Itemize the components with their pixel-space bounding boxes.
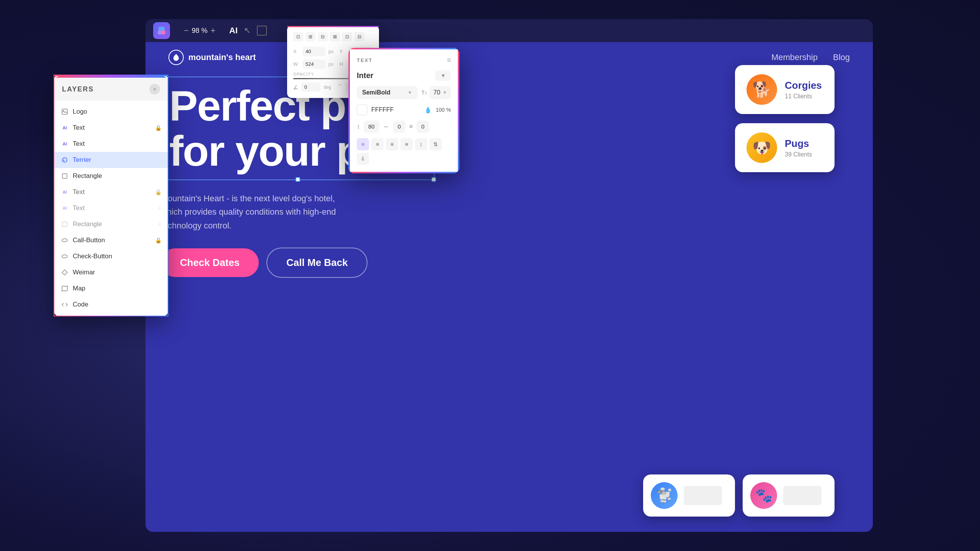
w-input[interactable] — [302, 59, 325, 69]
text-panel-right-border — [458, 48, 459, 173]
zoom-minus-btn[interactable]: − — [184, 26, 189, 36]
code-icon — [60, 300, 69, 309]
ai-text-icon-2: AI — [60, 140, 69, 148]
layers-list: Logo AI Text 🔒 AI Text Terrier Rectangle — [54, 101, 168, 316]
toolbar: AI ↖ — [229, 26, 267, 36]
lock-icon-3: 🔒 — [155, 189, 162, 195]
font-dropdown-btn[interactable]: ▼ — [435, 70, 451, 81]
zoom-controls: − 98 % + — [184, 26, 216, 36]
angle-icon: ∠ — [293, 84, 298, 90]
style-dropdown-icon: ▼ — [408, 90, 412, 95]
corgi-info: Corgies 11 Clients — [785, 80, 822, 100]
layer-weimar-name: Weimar — [73, 269, 162, 276]
layer-item-call-btn[interactable]: Call-Button 🔒 — [54, 232, 168, 248]
lab-card: 🐩 — [643, 474, 735, 517]
letter-spacing-field[interactable]: 0 — [393, 121, 405, 133]
handle-br[interactable] — [431, 177, 436, 182]
align-right-btn[interactable]: ⊟ — [318, 32, 328, 41]
y-label: Y — [340, 49, 346, 54]
x-input[interactable] — [302, 47, 325, 56]
layer-item-text2[interactable]: AI Text — [54, 136, 168, 152]
align-right-text-btn[interactable]: ≡ — [386, 138, 398, 150]
nav-logo-icon — [168, 50, 184, 65]
lab-avatar: 🐩 — [651, 482, 678, 509]
hero-subtitle: Mountain's Heart - is the next level dog… — [161, 192, 345, 232]
align-left-btn[interactable]: ⊡ — [293, 32, 303, 41]
pugs-avatar: 🐶 — [746, 132, 777, 163]
layer-item-map[interactable]: Map — [54, 280, 168, 297]
layer-code-name: Code — [73, 301, 162, 308]
cursor-tool-btn[interactable]: ↖ — [244, 26, 251, 36]
layer-item-rect1[interactable]: Rectangle — [54, 168, 168, 184]
props-toolbar: ⊡ ⊞ ⊟ ⊠ ⊡ ⊟ — [293, 32, 373, 41]
color-swatch[interactable] — [357, 104, 368, 115]
layer-rect2-name: Rectangle — [73, 220, 154, 228]
text-valign-top-btn[interactable]: ⇅ — [430, 138, 442, 150]
align-center-btn[interactable]: ⊞ — [305, 32, 315, 41]
text-panel-menu-icon: ≡ — [447, 56, 451, 64]
nav-link-membership[interactable]: Membership — [771, 52, 818, 62]
align-center-text-btn[interactable]: ≡ — [371, 138, 384, 150]
svg-rect-7 — [62, 222, 67, 227]
text-valign-bottom-btn[interactable]: ⇩ — [357, 153, 369, 165]
x-unit: px — [328, 49, 333, 54]
oval-icon-check — [60, 252, 69, 261]
layers-close-btn[interactable]: × — [149, 84, 160, 95]
corgi-avatar: 🐕 — [746, 74, 777, 105]
text-properties-panel: TEXT ≡ Inter ▼ SemiBold ▼ T↕ 70 ▼ FFFFFF… — [348, 48, 459, 173]
corgi-name: Corgies — [785, 80, 822, 91]
layer-item-text3[interactable]: AI Text 🔒 — [54, 184, 168, 200]
layer-check-btn-name: Check-Button — [73, 253, 162, 260]
opacity-droplet-icon: 💧 — [424, 106, 432, 114]
layers-header: LAYERS × — [54, 78, 168, 101]
handle-bc[interactable] — [296, 177, 300, 182]
lock-icon-call: 🔒 — [155, 237, 162, 243]
layer-item-text4[interactable]: AI Text ⊘ — [54, 200, 168, 216]
paragraph-spacing-field[interactable]: 0 — [416, 121, 429, 133]
hidden-icon-4: ⊘ — [158, 205, 162, 211]
letter-spacing-value: 0 — [398, 123, 401, 130]
dist-h-btn[interactable]: ⊠ — [330, 32, 340, 41]
color-hex-value: FFFFFF — [371, 106, 420, 113]
nav-logo-text: mountain's heart — [188, 52, 256, 62]
grid-btn[interactable]: ⊟ — [354, 32, 364, 41]
spacing-row: ↕ 80 ↔ 0 ≡ 0 — [357, 121, 451, 133]
check-dates-button[interactable]: Check Dates — [161, 248, 259, 277]
layer-item-logo[interactable]: Logo — [54, 104, 168, 120]
text-panel-header: TEXT ≡ — [357, 56, 451, 64]
puppy-info — [783, 486, 822, 505]
line-height-field[interactable]: 80 — [364, 121, 379, 133]
layer-item-check-btn[interactable]: Check-Button — [54, 248, 168, 264]
layer-text3-name: Text — [73, 188, 151, 196]
dist-v-btn[interactable]: ⊡ — [342, 32, 352, 41]
layers-panel: LAYERS × Logo AI Text 🔒 AI Text Terrier — [54, 75, 168, 316]
corgi-clients: 11 Clients — [785, 93, 822, 100]
layer-item-rect2[interactable]: Rectangle ⊘ — [54, 216, 168, 232]
layer-item-code[interactable]: Code — [54, 297, 168, 313]
align-left-text-btn[interactable]: ≡ — [357, 138, 369, 150]
text-panel-top-border — [348, 48, 459, 49]
bottom-dog-cards: 🐩 🐾 — [643, 474, 835, 517]
corgi-card: 🐕 Corgies 11 Clients — [735, 65, 835, 114]
hero-buttons: Check Dates Call Me Back — [161, 248, 434, 278]
font-size-field[interactable]: 70 ▼ — [430, 86, 451, 99]
ai-tool-btn[interactable]: AI — [229, 26, 238, 36]
layer-item-text1[interactable]: AI Text 🔒 — [54, 120, 168, 136]
text-direction-btn[interactable]: ↕ — [415, 138, 427, 150]
call-me-back-button[interactable]: Call Me Back — [266, 248, 368, 278]
angle-input[interactable] — [301, 82, 320, 92]
nav-link-blog[interactable]: Blog — [833, 52, 850, 62]
font-style-selector[interactable]: SemiBold ▼ — [357, 86, 418, 99]
x-label: X — [293, 49, 299, 54]
lab-info — [684, 486, 722, 505]
text-panel-title: TEXT — [357, 57, 372, 63]
layer-item-terrier[interactable]: Terrier — [54, 152, 168, 168]
rect-tool-btn[interactable] — [257, 26, 267, 36]
layers-title: LAYERS — [62, 85, 94, 93]
zoom-plus-btn[interactable]: + — [211, 26, 216, 36]
svg-point-9 — [62, 255, 67, 258]
ai-text-icon-4: AI — [60, 204, 69, 212]
layer-item-weimar[interactable]: Weimar — [54, 264, 168, 280]
letter-spacing-icon: ↔ — [383, 123, 389, 130]
align-justify-text-btn[interactable]: ≡ — [400, 138, 413, 150]
